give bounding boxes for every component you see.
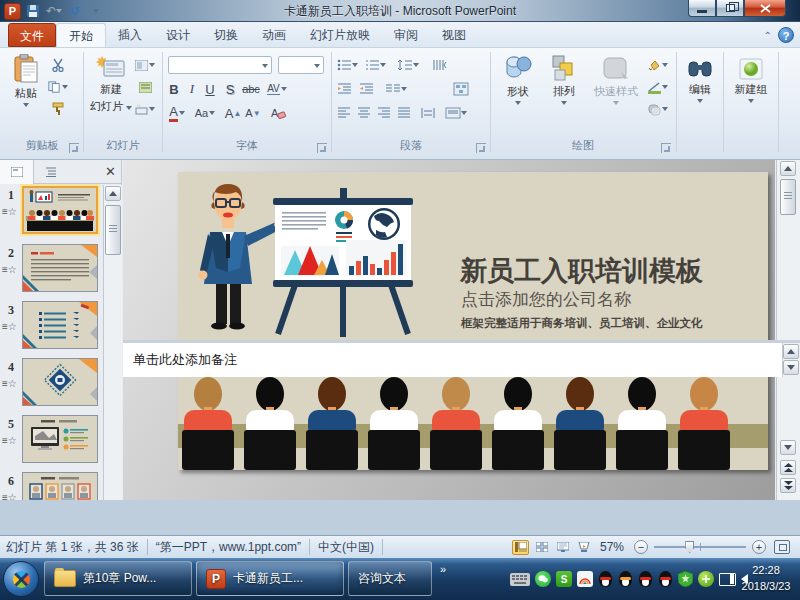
shape-outline-button[interactable] (644, 78, 670, 96)
antivirus-shield-tray-icon[interactable] (678, 571, 693, 587)
taskbar-item-powerpoint[interactable]: P 卡通新员工... (196, 561, 344, 596)
qq-tray-icon-1[interactable] (598, 571, 613, 587)
minimize-ribbon-icon[interactable]: ⌃ (764, 30, 772, 41)
scroll-down-icon[interactable] (780, 440, 796, 455)
slide-scrollbar[interactable] (776, 160, 800, 500)
animation-star-icon[interactable]: ≡☆ (2, 321, 17, 332)
tab-insert[interactable]: 插入 (106, 23, 154, 47)
shapes-button[interactable]: 形状 (498, 54, 538, 105)
tab-file[interactable]: 文件 (8, 23, 56, 47)
text-direction-button[interactable] (427, 56, 453, 74)
slide-editing-area[interactable]: 新员工入职培训模板 点击添加您的公司名称 框架完整适用于商务培训、员工培训、企业… (178, 172, 768, 470)
new-slide-button[interactable]: 新建 幻灯片 (89, 54, 133, 114)
paste-button[interactable]: 粘贴 (8, 54, 44, 107)
tray-overflow-chevron[interactable]: » (440, 563, 446, 575)
align-center-button[interactable] (355, 104, 373, 122)
scroll-up-icon[interactable] (105, 186, 121, 201)
convert-smartart-button[interactable] (451, 80, 471, 98)
slides-tab[interactable] (0, 160, 34, 184)
bold-button[interactable]: B (166, 80, 182, 98)
rainbow-tray-icon[interactable] (577, 571, 593, 587)
animation-star-icon[interactable]: ≡☆ (2, 492, 17, 500)
scrollbar-thumb[interactable] (105, 205, 121, 255)
taskbar-item-folder[interactable]: 第10章 Pow... (44, 561, 192, 596)
scroll-down-icon[interactable] (783, 360, 799, 375)
shrink-font-button[interactable]: A▼ (244, 104, 262, 122)
slide-description[interactable]: 框架完整适用于商务培训、员工培训、企业文化 (460, 316, 703, 329)
previous-slide-button[interactable] (780, 460, 796, 475)
tab-home[interactable]: 开始 (56, 23, 106, 47)
minimize-button[interactable] (688, 0, 716, 17)
format-painter-button[interactable] (48, 100, 68, 118)
zoom-slider[interactable] (654, 546, 746, 548)
underline-button[interactable]: U (202, 80, 218, 98)
taskbar-clock[interactable]: 22:28 2018/3/23 (734, 562, 798, 594)
increase-indent-button[interactable] (357, 80, 375, 98)
distribute-button[interactable] (417, 104, 439, 122)
scroll-up-icon[interactable] (783, 344, 799, 359)
slide-subtitle[interactable]: 点击添加您的公司名称 (461, 290, 631, 309)
align-right-button[interactable] (375, 104, 393, 122)
slide-thumbnail-3[interactable]: 3 ≡☆ (0, 301, 104, 351)
start-button[interactable] (3, 561, 39, 597)
tab-review[interactable]: 审阅 (382, 23, 430, 47)
qq-tray-icon-2[interactable] (618, 571, 633, 587)
green-orb-tray-icon[interactable] (698, 571, 714, 587)
qq-tray-icon-3[interactable] (638, 571, 653, 587)
justify-button[interactable] (395, 104, 413, 122)
font-size-combo[interactable] (278, 56, 324, 74)
tab-transitions[interactable]: 切换 (202, 23, 250, 47)
wechat-tray-icon[interactable] (535, 571, 551, 587)
layout-button[interactable] (135, 56, 155, 74)
slide-canvas[interactable]: 新员工入职培训模板 点击添加您的公司名称 框架完整适用于商务培训、员工培训、企业… (123, 160, 775, 500)
sogou-tray-icon[interactable]: S (556, 571, 572, 587)
panel-close-icon[interactable]: ✕ (105, 164, 116, 179)
align-left-button[interactable] (335, 104, 353, 122)
slideshow-view-button[interactable] (575, 540, 592, 555)
decrease-indent-button[interactable] (335, 80, 353, 98)
tab-view[interactable]: 视图 (430, 23, 478, 47)
normal-view-button[interactable] (512, 540, 529, 555)
thumbnail-image[interactable] (22, 472, 98, 500)
thumbnail-image[interactable] (22, 301, 98, 349)
thumbnail-image[interactable] (22, 244, 98, 292)
text-shadow-button[interactable]: S (222, 80, 238, 98)
thumbnail-scrollbar[interactable] (103, 185, 122, 500)
text-align-vertical-button[interactable] (443, 104, 469, 122)
reset-button[interactable] (135, 78, 155, 96)
font-color-button[interactable]: A (166, 104, 188, 122)
tab-design[interactable]: 设计 (154, 23, 202, 47)
paragraph-dialog-launcher[interactable] (476, 143, 486, 153)
zoom-out-button[interactable]: − (634, 540, 648, 554)
taskbar-item-text[interactable]: 咨询文本 (348, 561, 432, 596)
editing-button[interactable]: 编辑 (680, 58, 720, 103)
fit-to-window-button[interactable] (774, 540, 790, 554)
qq-tray-icon-4[interactable] (658, 571, 673, 587)
quick-styles-button[interactable]: 快速样式 (588, 54, 644, 105)
strikethrough-button[interactable]: abc (240, 80, 262, 98)
scrollbar-thumb[interactable] (780, 179, 796, 215)
thumbnail-image[interactable] (22, 358, 98, 406)
grow-font-button[interactable]: A▲ (224, 104, 242, 122)
slide-thumbnail-5[interactable]: 5 ≡☆ (0, 415, 104, 465)
font-dialog-launcher[interactable] (317, 143, 327, 153)
clear-formatting-button[interactable]: A (268, 104, 288, 122)
thumbnail-image[interactable] (22, 186, 98, 234)
shape-fill-button[interactable] (644, 56, 670, 74)
char-spacing-button[interactable]: AV (264, 80, 290, 98)
bullets-button[interactable] (335, 56, 359, 74)
reading-view-button[interactable] (554, 540, 571, 555)
slide-counter[interactable]: 幻灯片 第 1 张，共 36 张 (6, 539, 139, 556)
arrange-button[interactable]: 排列 (544, 54, 584, 105)
zoom-level[interactable]: 57% (600, 540, 628, 554)
animation-star-icon[interactable]: ≡☆ (2, 378, 17, 389)
notes-pane[interactable]: 单击此处添加备注 (123, 340, 800, 377)
new-group-button[interactable]: 新建组 (727, 58, 775, 103)
theme-name[interactable]: “第一PPT，www.1ppt.com” (156, 539, 301, 556)
numbering-button[interactable] (363, 56, 387, 74)
change-case-button[interactable]: Aa (192, 104, 218, 122)
columns-button[interactable] (383, 80, 409, 98)
restore-button[interactable] (716, 0, 744, 17)
zoom-slider-thumb[interactable] (685, 541, 694, 553)
next-slide-button[interactable] (780, 478, 796, 493)
